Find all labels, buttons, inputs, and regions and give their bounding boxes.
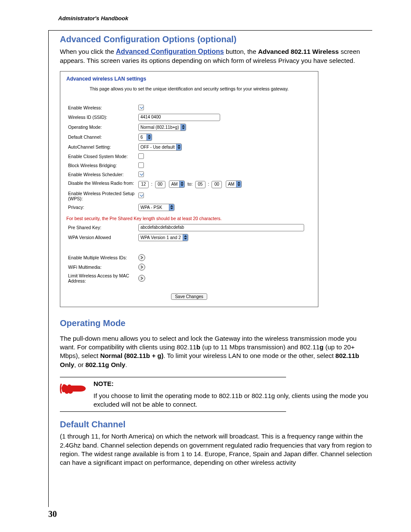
input-to-min[interactable]: 00 <box>212 181 222 188</box>
note-rule-top <box>60 377 286 377</box>
advanced-config-link[interactable]: Advanced Configuration Options <box>116 48 224 55</box>
text: When you click the <box>60 48 116 55</box>
label-mac-limit: Limit Wireless Access by MAC Address: <box>66 272 137 285</box>
label-multi-ids: Enable Multiple Wireless IDs: <box>66 253 137 262</box>
input-from-min[interactable]: 00 <box>155 181 165 188</box>
note-rule-bottom <box>60 411 286 412</box>
note-label: NOTE: <box>93 380 372 387</box>
checkbox-enable-wireless[interactable] <box>138 105 144 110</box>
page-number: 30 <box>48 509 57 519</box>
select-value: WPA Version 1 and 2 <box>139 235 183 240</box>
input-to-hour[interactable]: 05 <box>195 181 206 188</box>
running-header: Administrator's Handbook <box>58 15 385 22</box>
colon: : <box>150 181 154 187</box>
select-privacy[interactable]: WPA - PSK <box>138 204 174 211</box>
panel-description: This page allows you to set the unique i… <box>66 86 312 91</box>
select-op-mode[interactable]: Normal (802.11b+g) <box>138 124 186 131</box>
advanced-config-intro: When you click the Advanced Configuratio… <box>60 47 372 65</box>
header-rule <box>48 30 372 31</box>
label-enable-scheduler: Enable Wireless Scheduler: <box>66 170 137 179</box>
updown-icon <box>169 204 174 211</box>
text: button, the <box>226 48 258 55</box>
label-autochannel: AutoChannel Setting: <box>66 142 137 152</box>
select-to-ampm[interactable]: AM <box>226 180 242 188</box>
label-default-channel: Default Channel: <box>66 132 137 142</box>
input-psk[interactable]: abcdefabcdefabcdefab <box>138 224 304 231</box>
select-value: 6 <box>139 135 146 140</box>
checkbox-closed-system[interactable] <box>138 153 144 159</box>
input-ssid[interactable]: 4414 0400 <box>138 114 220 121</box>
wireless-settings-panel: Advanced wireless LAN settings This page… <box>60 71 318 307</box>
updown-icon <box>146 134 152 140</box>
margin-rule <box>48 30 49 507</box>
text: (up to 11 Mbps transmission) and 802.11 <box>200 343 320 351</box>
label-wifi-multimedia: WiFi Multimedia: <box>66 262 137 272</box>
heading-operating-mode: Operating Mode <box>60 318 372 328</box>
save-changes-button[interactable]: Save Changes <box>171 293 207 300</box>
heading-default-channel: Default Channel <box>60 420 372 429</box>
expand-multi-ids-button[interactable] <box>138 254 145 261</box>
text-bold: b <box>196 343 200 351</box>
label-block-bridging: Block Wireless Bridging: <box>66 161 137 170</box>
label-closed-system: Enable Closed System Mode: <box>66 152 137 161</box>
updown-icon <box>236 181 241 187</box>
updown-icon <box>179 181 184 187</box>
text-bold: g <box>320 343 324 351</box>
select-value: WPA - PSK <box>139 205 169 210</box>
label-op-mode: Operating Mode: <box>66 122 137 132</box>
select-default-channel[interactable]: 6 <box>138 134 152 141</box>
heading-advanced-config: Advanced Configuration Options (optional… <box>60 34 372 44</box>
select-value: AM <box>169 182 179 187</box>
checkbox-wps[interactable] <box>138 193 144 198</box>
select-value: Normal (802.11b+g) <box>139 125 181 130</box>
expand-mac-limit-button[interactable] <box>138 275 145 282</box>
psk-warning: For best security, the Pre Shared Key le… <box>66 216 312 221</box>
text-bold: 802.11g Only <box>85 361 125 368</box>
pointing-hand-icon <box>60 380 87 409</box>
select-value: AM <box>226 182 236 187</box>
expand-wifi-mm-button[interactable] <box>138 264 145 271</box>
to-label: to: <box>186 181 194 187</box>
select-autochannel[interactable]: OFF - Use default <box>138 143 182 151</box>
colon: : <box>207 181 211 187</box>
text-bold: Normal (802.11b + g) <box>100 352 163 359</box>
default-channel-text: (1 through 11, for North America) on whi… <box>60 432 372 467</box>
text: . <box>125 361 127 368</box>
updown-icon <box>183 234 188 241</box>
label-disable-radio: Disable the Wireless Radio from: <box>66 179 137 190</box>
select-from-ampm[interactable]: AM <box>169 180 185 188</box>
label-privacy: Privacy: <box>66 202 137 212</box>
select-value: OFF - Use default <box>139 145 176 149</box>
label-psk: Pre Shared Key: <box>66 223 137 233</box>
label-ssid: Wireless ID (SSID): <box>66 112 137 122</box>
label-wpa-version: WPA Version Allowed <box>66 233 137 243</box>
label-enable-wireless: Enable Wireless: <box>66 103 137 112</box>
text-bold: Advanced 802.11 Wireless <box>258 48 339 55</box>
checkbox-enable-scheduler[interactable] <box>138 171 144 177</box>
input-from-hour[interactable]: 12 <box>138 181 149 188</box>
label-wps: Enable Wireless Protected Setup (WPS): <box>66 190 137 202</box>
select-wpa-version[interactable]: WPA Version 1 and 2 <box>138 234 188 241</box>
text: , or <box>74 361 85 368</box>
updown-icon <box>181 124 186 131</box>
checkbox-block-bridging[interactable] <box>138 162 144 168</box>
text: . To limit your wireless LAN to one mode… <box>164 352 336 359</box>
updown-icon <box>176 144 181 150</box>
operating-mode-text: The pull-down menu allows you to select … <box>60 334 372 369</box>
note-text: If you choose to limit the operating mod… <box>93 392 372 409</box>
panel-title: Advanced wireless LAN settings <box>66 76 312 82</box>
